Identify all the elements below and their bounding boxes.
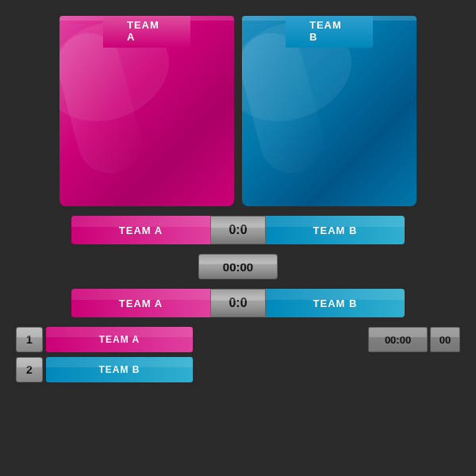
panel-shine-a — [60, 26, 148, 181]
panel-tab-team-a: TEAM A — [103, 16, 190, 48]
team-b-bar-2: TEAM B — [266, 289, 405, 317]
score-display-2: 0:0 — [210, 289, 266, 317]
panel-team-b: TEAM B — [242, 16, 416, 206]
team-name-bar-b: TEAM B — [46, 357, 193, 382]
scoreboard-row-1: TEAM A 0:0 TEAM B — [16, 216, 460, 244]
number-b: 2 — [26, 363, 33, 376]
lower-row-team-a: 1 TEAM A 00:00 00 — [16, 327, 460, 352]
panel-tab-team-b-label: TEAM B — [309, 19, 342, 43]
number-badge-b: 2 — [16, 357, 43, 382]
lower-timer: 00:00 00 — [368, 327, 460, 352]
panel-tab-team-b: TEAM B — [286, 16, 373, 48]
lower-row-team-b: 2 TEAM B — [16, 357, 460, 382]
score-value-1: 0:0 — [228, 223, 247, 237]
team-a-bar-2: TEAM A — [71, 289, 210, 317]
timer-main-val: 00:00 — [385, 334, 411, 346]
panel-team-a: TEAM A — [60, 16, 234, 206]
scoreboard-row-2: TEAM A 0:0 TEAM B — [16, 289, 460, 317]
team-a-name-label: TEAM A — [99, 334, 140, 345]
timer-extra-val: 00 — [440, 334, 451, 346]
number-a: 1 — [26, 333, 33, 346]
timer-row-1: 00:00 — [16, 254, 460, 279]
timer-seg-extra: 00 — [430, 327, 460, 352]
main-container: TEAM A TEAM B TEAM A 0:0 TEAM B 00:00 — [0, 0, 476, 476]
score-value-2: 0:0 — [228, 296, 247, 310]
number-badge-a: 1 — [16, 327, 43, 352]
timer-display-1: 00:00 — [198, 254, 278, 279]
team-a-bar-1: TEAM A — [71, 216, 210, 244]
team-a-bar-1-label: TEAM A — [119, 225, 163, 236]
top-panels: TEAM A TEAM B — [16, 16, 460, 206]
timer-value-1: 00:00 — [223, 260, 253, 274]
team-b-bar-1-label: TEAM B — [313, 225, 358, 236]
team-b-bar-1: TEAM B — [266, 216, 405, 244]
panel-shine-b — [242, 26, 331, 181]
lower-thirds: 1 TEAM A 00:00 00 2 TEAM B — [16, 327, 460, 382]
team-b-bar-2-label: TEAM B — [313, 298, 358, 309]
team-name-bar-a: TEAM A — [46, 327, 193, 352]
timer-seg-main: 00:00 — [368, 327, 428, 352]
team-a-bar-2-label: TEAM A — [119, 298, 163, 309]
team-b-name-label: TEAM B — [99, 364, 140, 375]
score-display-1: 0:0 — [210, 216, 266, 244]
panel-tab-team-a-label: TEAM A — [127, 19, 159, 43]
